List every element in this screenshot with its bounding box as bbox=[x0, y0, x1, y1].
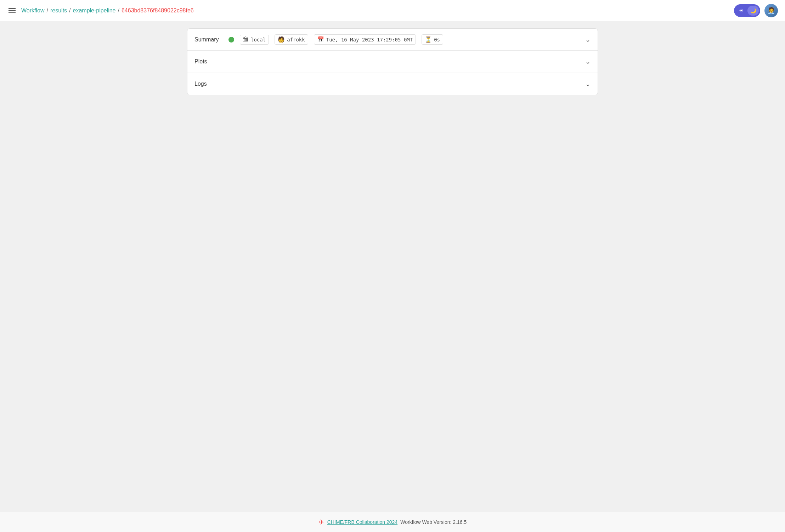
summary-chevron-icon[interactable]: ⌄ bbox=[585, 36, 591, 44]
environment-label: local bbox=[251, 37, 266, 43]
breadcrumb-run-id: 6463bd8376f8489022c98fe6 bbox=[122, 7, 194, 14]
logs-section[interactable]: Logs ⌄ bbox=[187, 73, 598, 95]
breadcrumb-workflow-link[interactable]: Workflow bbox=[21, 7, 45, 14]
footer: ✈ CHIME/FRB Collaboration 2024 Workflow … bbox=[0, 512, 785, 532]
breadcrumb-sep2: / bbox=[69, 7, 70, 14]
footer-logo-icon: ✈ bbox=[318, 518, 324, 526]
logs-chevron-icon[interactable]: ⌄ bbox=[585, 80, 591, 88]
duration-icon: ⏳ bbox=[425, 36, 432, 43]
header-left: Workflow / results / example-pipeline / … bbox=[7, 7, 194, 15]
theme-toggle[interactable]: ☀ 🌙 bbox=[734, 4, 760, 17]
duration-label: 0s bbox=[434, 37, 440, 43]
menu-icon[interactable] bbox=[7, 7, 17, 15]
date-icon: 📅 bbox=[317, 36, 324, 43]
light-mode-button[interactable]: ☀ bbox=[735, 6, 747, 16]
breadcrumb-pipeline-link[interactable]: example-pipeline bbox=[73, 7, 116, 14]
status-dot bbox=[228, 37, 234, 43]
breadcrumb-sep1: / bbox=[47, 7, 48, 14]
logs-label: Logs bbox=[194, 81, 207, 87]
breadcrumb-results-link[interactable]: results bbox=[50, 7, 67, 14]
plots-section[interactable]: Plots ⌄ bbox=[187, 51, 598, 73]
dark-mode-button[interactable]: 🌙 bbox=[747, 6, 759, 16]
environment-icon: 🏛 bbox=[243, 36, 249, 43]
footer-version: Workflow Web Version: 2.16.5 bbox=[400, 519, 467, 525]
footer-collaboration-link[interactable]: CHIME/FRB Collaboration 2024 bbox=[327, 519, 397, 525]
user-item: 🧑 afrokk bbox=[275, 34, 308, 45]
header-right: ☀ 🌙 🧑‍💼 bbox=[734, 4, 778, 17]
duration-item: ⏳ 0s bbox=[422, 34, 443, 45]
summary-row: Summary 🏛 local 🧑 afrokk 📅 Tue, 16 May 2… bbox=[187, 29, 598, 51]
plots-chevron-icon[interactable]: ⌄ bbox=[585, 58, 591, 66]
main-content: Summary 🏛 local 🧑 afrokk 📅 Tue, 16 May 2… bbox=[180, 21, 605, 512]
avatar-icon: 🧑‍💼 bbox=[767, 7, 775, 15]
avatar[interactable]: 🧑‍💼 bbox=[764, 4, 778, 17]
breadcrumb-sep3: / bbox=[118, 7, 119, 14]
header: Workflow / results / example-pipeline / … bbox=[0, 0, 785, 21]
plots-label: Plots bbox=[194, 58, 207, 65]
environment-item: 🏛 local bbox=[240, 35, 269, 45]
date-item: 📅 Tue, 16 May 2023 17:29:05 GMT bbox=[314, 34, 416, 45]
user-label: afrokk bbox=[287, 37, 305, 43]
date-label: Tue, 16 May 2023 17:29:05 GMT bbox=[326, 37, 413, 43]
breadcrumb: Workflow / results / example-pipeline / … bbox=[21, 7, 194, 14]
main-card: Summary 🏛 local 🧑 afrokk 📅 Tue, 16 May 2… bbox=[187, 28, 598, 95]
summary-label: Summary bbox=[194, 36, 223, 43]
user-icon: 🧑 bbox=[278, 36, 285, 43]
